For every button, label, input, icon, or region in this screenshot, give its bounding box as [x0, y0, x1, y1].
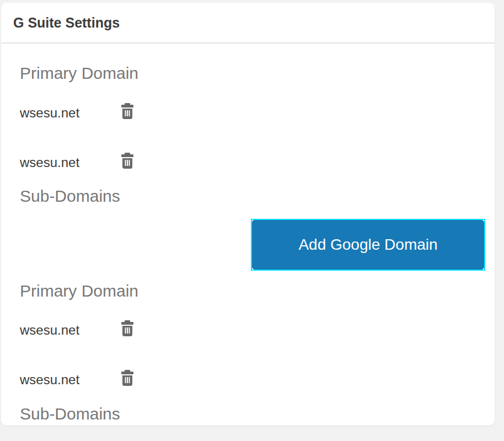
domain-name: wsesu.net	[20, 322, 79, 337]
sub-domains-heading: Sub-Domains	[20, 187, 120, 205]
panel-title: G Suite Settings	[13, 15, 120, 31]
add-google-domain-button[interactable]: Add Google Domain	[252, 220, 484, 270]
primary-domain-row: wsesu.net	[20, 105, 79, 121]
delete-domain-button[interactable]	[121, 370, 134, 386]
sub-domains-heading: Sub-Domains	[20, 405, 120, 423]
primary-domain-row: wsesu.net	[20, 154, 79, 171]
trash-icon	[121, 320, 134, 336]
primary-domain-row: wsesu.net	[20, 322, 79, 338]
trash-icon	[121, 153, 134, 169]
primary-domain-heading: Primary Domain	[20, 64, 138, 82]
primary-domain-heading: Primary Domain	[20, 282, 138, 300]
trash-icon	[121, 103, 134, 119]
primary-domain-row: wsesu.net	[20, 372, 79, 388]
delete-domain-button[interactable]	[121, 103, 134, 120]
gsuite-settings-panel: G Suite Settings Primary Domain wsesu.ne…	[1, 3, 495, 426]
domain-name: wsesu.net	[20, 105, 79, 120]
panel-header: G Suite Settings	[1, 3, 495, 44]
focus-highlight-box: Add Google Domain	[251, 219, 485, 271]
domain-name: wsesu.net	[20, 155, 79, 170]
trash-icon	[121, 370, 134, 386]
domain-name: wsesu.net	[20, 372, 79, 387]
delete-domain-button[interactable]	[121, 153, 134, 169]
delete-domain-button[interactable]	[121, 320, 134, 337]
